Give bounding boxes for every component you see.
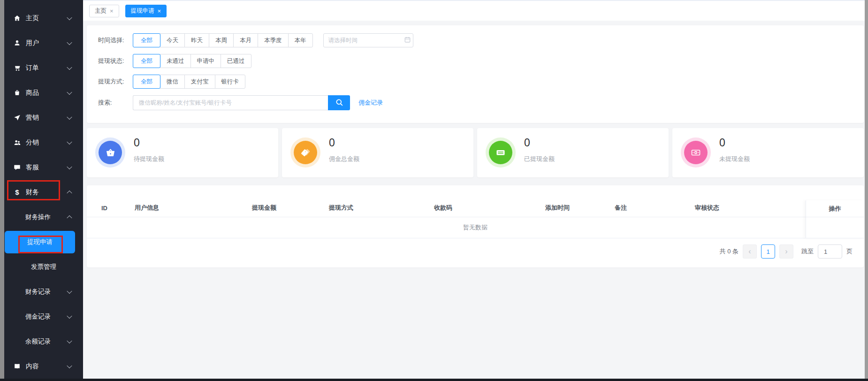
chevron-up-icon [67, 215, 72, 220]
filter-option-button[interactable]: 全部 [133, 33, 160, 47]
money-alt-icon [684, 141, 708, 164]
sidebar-item[interactable]: 分销 [4, 130, 83, 155]
sidebar-item[interactable]: 内容 [4, 354, 83, 379]
stat-label: 待提现金额 [134, 155, 164, 163]
sidebar-item-label: 营销 [26, 114, 39, 122]
money-icon [489, 141, 512, 164]
search-icon [335, 98, 343, 108]
search-input[interactable] [133, 95, 328, 110]
filter-option-button[interactable]: 今天 [160, 33, 185, 47]
close-icon[interactable]: × [158, 8, 161, 14]
filter-option-button[interactable]: 本周 [209, 33, 234, 47]
sidebar-item-label: 订单 [26, 64, 39, 72]
filter-row-method: 提现方式: 全部微信支付宝银行卡 [98, 74, 853, 89]
cart-icon [13, 64, 21, 72]
chevron-down-icon [67, 89, 72, 94]
sidebar-nav: 主页用户订单商品营销分销客服$财务财务操作提现申请发票管理财务记录佣金记录余额记… [4, 0, 83, 381]
filter-row-status: 提现状态: 全部未通过申请中已通过 [98, 53, 853, 69]
dollar-icon: $ [13, 188, 21, 196]
sidebar-item-label: 分销 [26, 138, 39, 147]
sidebar-item[interactable]: 发票管理 [4, 254, 83, 279]
withdrawal-table-panel: ID用户信息提现金额提现方式收款码添加时间备注审核状态 暂无数据 操作 共 0 … [87, 185, 864, 267]
sidebar-item[interactable]: 财务记录 [4, 279, 83, 304]
sidebar-item-label: 内容 [26, 362, 39, 371]
sidebar-item[interactable]: 订单 [4, 55, 83, 80]
chevron-down-icon [67, 64, 72, 69]
filter-option-button[interactable]: 支付宝 [184, 75, 215, 89]
sidebar-item-label: 财务记录 [25, 288, 51, 296]
open-tabs-bar: 主页×提现申请× [83, 0, 865, 21]
tab-label: 提现申请 [131, 7, 154, 15]
sidebar-item[interactable]: 主页 [4, 6, 83, 30]
column-header: ID [101, 205, 107, 212]
chevron-down-icon [67, 363, 72, 368]
sidebar-item-label: 余额记录 [25, 337, 51, 346]
book-icon [13, 362, 21, 370]
search-button[interactable] [328, 95, 350, 110]
chevron-down-icon [67, 164, 72, 169]
table-fixed-action-column: 操作 [806, 200, 864, 238]
prev-page-button[interactable]: ‹ [743, 244, 757, 259]
filter-option-button[interactable]: 银行卡 [215, 75, 246, 89]
filter-label-time: 时间选择: [98, 36, 133, 45]
sidebar-item[interactable]: 营销 [4, 105, 83, 130]
filter-option-button[interactable]: 未通过 [160, 54, 191, 68]
column-header: 收款码 [434, 204, 452, 212]
stat-label: 未提现金额 [719, 155, 750, 163]
sidebar-item[interactable]: 佣金记录 [4, 304, 83, 329]
pagination-bar: 共 0 条 ‹ 1 › 跳至 页 [720, 241, 853, 262]
filter-option-button[interactable]: 本年 [288, 33, 313, 47]
chevron-down-icon [67, 139, 72, 144]
jump-page-input[interactable] [818, 244, 842, 259]
sidebar-item-label: 财务 [26, 188, 39, 197]
tab-active[interactable]: 提现申请× [125, 5, 167, 17]
stat-label: 佣金总金额 [329, 155, 359, 163]
tab-item[interactable]: 主页× [89, 5, 119, 17]
user-icon [13, 39, 21, 47]
admin-dashboard-window: 主页用户订单商品营销分销客服$财务财务操作提现申请发票管理财务记录佣金记录余额记… [0, 0, 868, 381]
prev-page-icon: ‹ [748, 247, 751, 256]
column-header: 审核状态 [695, 204, 719, 212]
stat-card: 0待提现金额 [87, 128, 278, 177]
action-column-header: 操作 [829, 205, 841, 238]
sidebar-item[interactable]: 提现申请 [5, 231, 75, 253]
chevron-up-icon [67, 190, 72, 195]
filter-option-button[interactable]: 已通过 [221, 54, 251, 68]
date-picker-field[interactable] [328, 37, 404, 44]
filter-option-button[interactable]: 全部 [133, 75, 160, 89]
sidebar-item[interactable]: 财务操作 [4, 205, 83, 229]
filter-option-button[interactable]: 本月 [233, 33, 258, 47]
sidebar-item[interactable]: 客服 [4, 155, 83, 180]
filter-option-button[interactable]: 申请中 [190, 54, 221, 68]
next-page-icon: › [785, 247, 787, 256]
chevron-down-icon [67, 15, 72, 20]
column-header: 提现方式 [329, 204, 353, 212]
sidebar-item[interactable]: 商品 [4, 80, 83, 105]
filter-option-button[interactable]: 本季度 [258, 33, 289, 47]
sidebar-item[interactable]: $财务 [4, 180, 83, 205]
filter-option-button[interactable]: 微信 [160, 75, 185, 89]
next-page-button[interactable]: › [779, 244, 793, 259]
filter-label-search: 搜索: [98, 99, 133, 107]
sidebar-item-label: 商品 [26, 89, 39, 97]
jump-to-label: 跳至 [801, 247, 814, 256]
sidebar-item[interactable]: 用户 [4, 30, 83, 55]
close-icon[interactable]: × [110, 8, 114, 14]
sidebar-item-label: 提现申请 [27, 238, 53, 246]
filter-option-button[interactable]: 全部 [133, 54, 160, 68]
table-header-row: ID用户信息提现金额提现方式收款码添加时间备注审核状态 [87, 200, 864, 217]
sidebar-item[interactable]: 余额记录 [4, 329, 83, 354]
stat-card: 0已提现金额 [477, 128, 669, 177]
stat-value: 0 [134, 137, 140, 149]
filter-panel: 时间选择: 全部今天昨天本周本月本季度本年 提现状态: 全部未通过申请中已通过 … [87, 25, 864, 123]
current-page-button[interactable]: 1 [761, 244, 775, 259]
date-picker-input[interactable] [323, 33, 413, 47]
send-icon [13, 114, 21, 122]
empty-state-text: 暂无数据 [463, 223, 487, 232]
sidebar-item-label: 发票管理 [31, 263, 56, 271]
commission-records-link[interactable]: 佣金记录 [358, 99, 383, 107]
stat-value: 0 [524, 137, 530, 149]
filter-option-button[interactable]: 昨天 [184, 33, 209, 47]
method-filter-group: 全部微信支付宝银行卡 [133, 75, 245, 89]
sidebar-item-label: 佣金记录 [25, 312, 51, 321]
